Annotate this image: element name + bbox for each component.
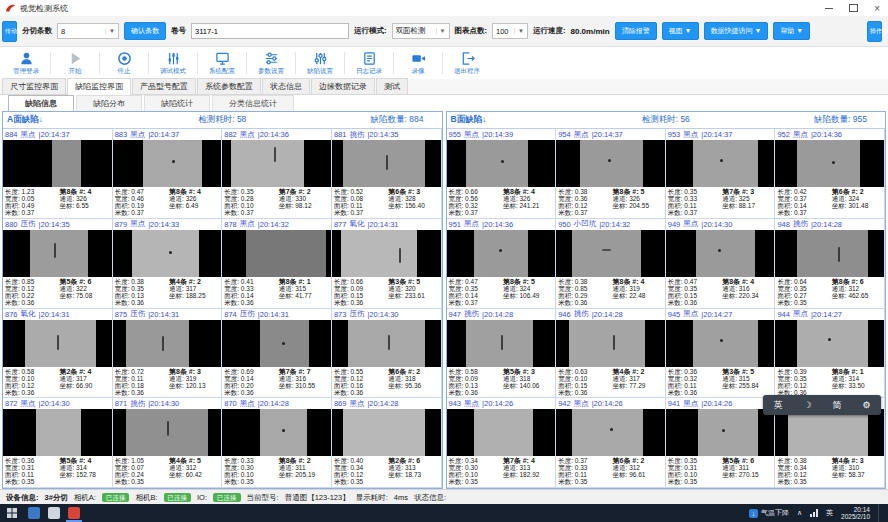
defect-mark bbox=[832, 161, 835, 164]
defect-cell[interactable]: 945黑点|20:14:27长度: 0.36宽度: 0.32面积: 0.11米数… bbox=[666, 309, 776, 399]
defect-cell[interactable]: 954黑点|20:14:37长度: 0.38宽度: 0.36面积: 0.12米数… bbox=[556, 129, 666, 219]
defect-cell[interactable]: 953黑点|20:14:37长度: 0.35宽度: 0.33面积: 0.11米数… bbox=[666, 129, 776, 219]
defect-cell[interactable]: 880压伤|20:14:35长度: 0.85宽度: 0.12面积: 0.22米数… bbox=[3, 219, 113, 309]
strip-count-select[interactable]: 8 ▼ bbox=[57, 23, 119, 39]
drive-side-button[interactable]: 传动侧 bbox=[2, 21, 17, 42]
defect-cell-header: 946挑伤|20:14:28 bbox=[556, 309, 665, 320]
action-camera[interactable]: 录像 bbox=[396, 50, 440, 76]
sub-tab-0[interactable]: 缺陷信息 bbox=[8, 95, 74, 112]
defect-cell[interactable]: 951黑点|20:14:36长度: 0.47宽度: 0.35面积: 0.14米数… bbox=[447, 219, 557, 309]
chart-points-select[interactable]: 100 ▼ bbox=[492, 23, 528, 39]
defect-cell[interactable]: 884黑点|20:14:37长度: 1.23宽度: 0.05面积: 0.49米数… bbox=[3, 129, 113, 219]
defect-cell[interactable]: 876氧化|20:14:31长度: 0.58宽度: 0.10面积: 0.12米数… bbox=[3, 309, 113, 399]
night-mode-icon[interactable]: ☽ bbox=[803, 400, 811, 410]
close-button[interactable]: × bbox=[874, 4, 880, 13]
action-play[interactable]: 开始 bbox=[53, 50, 97, 76]
defect-cell[interactable]: 875压伤|20:14:31长度: 0.72宽度: 0.11面积: 0.18米数… bbox=[113, 309, 223, 399]
sub-tab-2[interactable]: 缺陷统计 bbox=[144, 95, 210, 112]
info-line: 第8条 #: 4 bbox=[722, 278, 772, 285]
clock[interactable]: 20:14 2025/2/10 bbox=[841, 506, 870, 521]
defect-cell[interactable]: 944黑点|20:14:27长度: 0.39宽度: 0.35面积: 0.12米数… bbox=[775, 309, 885, 399]
info-line: 通道: 315 bbox=[279, 285, 329, 292]
defect-cell[interactable]: 883黑点|20:14:37长度: 0.47宽度: 0.46面积: 0.19米数… bbox=[113, 129, 223, 219]
defect-cell[interactable]: 869黑点|20:14:28长度: 0.40宽度: 0.34面积: 0.12米数… bbox=[332, 398, 442, 488]
defect-cell[interactable]: 943黑点|20:14:26长度: 0.34宽度: 0.30面积: 0.10米数… bbox=[447, 398, 557, 488]
defect-id: 948 bbox=[777, 220, 790, 229]
action-stop[interactable]: 停止 bbox=[102, 50, 146, 76]
defect-time: |20:14:26 bbox=[592, 399, 623, 408]
defect-cell[interactable]: 870黑点|20:14:28长度: 0.33宽度: 0.30面积: 0.10米数… bbox=[222, 398, 332, 488]
clear-alarm-button[interactable]: 清除报警 bbox=[615, 22, 657, 40]
action-monitor[interactable]: 系统配置 bbox=[200, 50, 244, 76]
defect-image bbox=[3, 409, 112, 456]
action-exit[interactable]: 退出程序 bbox=[445, 50, 489, 76]
action-user[interactable]: 管理登录 bbox=[4, 50, 48, 76]
main-tab-4[interactable]: 状态信息 bbox=[262, 78, 310, 94]
defect-cell[interactable]: 874压伤|20:14:31长度: 0.69宽度: 0.14面积: 0.20米数… bbox=[222, 309, 332, 399]
action-log[interactable]: 日志记录 bbox=[347, 50, 391, 76]
panel-a-title[interactable]: A面缺陷↓ bbox=[7, 114, 145, 126]
defect-cell[interactable]: 879黑点|20:14:33长度: 0.38宽度: 0.35面积: 0.13米数… bbox=[113, 219, 223, 309]
defect-type: 黑点 bbox=[464, 219, 479, 229]
defect-cell[interactable]: 948挑伤|20:14:28长度: 0.64宽度: 0.35面积: 0.27米数… bbox=[775, 219, 885, 309]
defect-type: 黑点 bbox=[683, 399, 698, 409]
defect-cell[interactable]: 946挑伤|20:14:28长度: 0.63宽度: 0.10面积: 0.15米数… bbox=[556, 309, 666, 399]
info-line: 坐标: 6.55 bbox=[59, 202, 109, 209]
lang-simplified-icon[interactable]: 简 bbox=[832, 399, 841, 412]
sub-tab-3[interactable]: 分类信息统计 bbox=[212, 95, 294, 112]
confirm-strips-button[interactable]: 确认条数 bbox=[124, 22, 166, 40]
defect-cell[interactable]: 942黑点|20:14:26长度: 0.37宽度: 0.33面积: 0.11米数… bbox=[556, 398, 666, 488]
action-vparams[interactable]: 缺陷设置 bbox=[298, 50, 342, 76]
show-desktop-button[interactable] bbox=[878, 504, 883, 522]
defect-cell[interactable]: 877氧化|20:14:31长度: 0.66宽度: 0.09面积: 0.15米数… bbox=[332, 219, 442, 309]
maximize-button[interactable] bbox=[849, 4, 858, 12]
defect-cell[interactable]: 882黑点|20:14:36长度: 0.35宽度: 0.28面积: 0.10米数… bbox=[222, 129, 332, 219]
defect-cell[interactable]: 878黑点|20:14:32长度: 0.41宽度: 0.33面积: 0.14米数… bbox=[222, 219, 332, 309]
ime-settings-icon[interactable]: ⚙ bbox=[862, 400, 870, 410]
info-line: 面积: 0.14 bbox=[224, 292, 278, 299]
defect-cell[interactable]: 949黑点|20:14:30长度: 0.47宽度: 0.35面积: 0.15米数… bbox=[666, 219, 776, 309]
model-label: 当前型号: bbox=[247, 493, 279, 503]
defect-id: 945 bbox=[668, 310, 681, 319]
view-menu-button[interactable]: 视图 ▼ bbox=[662, 22, 699, 40]
start-button[interactable] bbox=[0, 504, 24, 522]
main-tab-2[interactable]: 产品型号配置 bbox=[132, 78, 196, 94]
weather-widget[interactable]: ↓ 气温下降 bbox=[749, 508, 789, 518]
taskbar-app-inspection[interactable] bbox=[68, 507, 80, 519]
defect-cell[interactable]: 873压伤|20:14:30长度: 0.55宽度: 0.12面积: 0.16米数… bbox=[332, 309, 442, 399]
roll-number-input[interactable] bbox=[191, 23, 349, 39]
ime-language-indicator[interactable]: 英 bbox=[826, 508, 833, 518]
defect-cell[interactable]: 871挑伤|20:14:30长度: 1.05宽度: 0.07面积: 0.24米数… bbox=[113, 398, 223, 488]
defect-cell[interactable]: 872黑点|20:14:30长度: 0.36宽度: 0.31面积: 0.11米数… bbox=[3, 398, 113, 488]
defect-cell[interactable]: 941黑点|20:14:26长度: 0.35宽度: 0.31面积: 0.10米数… bbox=[666, 398, 776, 488]
main-tab-0[interactable]: 尺寸监控界面 bbox=[2, 78, 66, 94]
action-tune[interactable]: 调试模式 bbox=[151, 50, 195, 76]
action-hparams[interactable]: 参数设置 bbox=[249, 50, 293, 76]
tray-expand-icon[interactable]: ∧ bbox=[797, 509, 802, 517]
help-menu-button[interactable]: 帮助 ▼ bbox=[773, 22, 810, 40]
defect-cell[interactable]: 881挑伤|20:14:35长度: 0.52宽度: 0.08面积: 0.11米数… bbox=[332, 129, 442, 219]
main-tab-3[interactable]: 系统参数配置 bbox=[197, 78, 261, 94]
main-tab-5[interactable]: 边缘数据记录 bbox=[311, 78, 375, 94]
info-line: 通道: 317 bbox=[59, 375, 109, 382]
quick-access-menu-button[interactable]: 数据快捷访问 ▼ bbox=[704, 22, 769, 40]
taskbar-app-browser[interactable] bbox=[48, 507, 60, 519]
defect-cell[interactable]: 955黑点|20:14:39长度: 0.66宽度: 0.56面积: 0.32米数… bbox=[447, 129, 557, 219]
defect-cell[interactable]: 950小凹坑|20:14:32长度: 0.38宽度: 0.85面积: 0.29米… bbox=[556, 219, 666, 309]
defect-cell[interactable]: 952黑点|20:14:36长度: 0.42宽度: 0.37面积: 0.14米数… bbox=[775, 129, 885, 219]
info-line: 长度: 0.38 bbox=[558, 188, 612, 195]
run-mode-select[interactable]: 双面检测 ▼ bbox=[392, 23, 450, 39]
sub-tab-1[interactable]: 缺陷分布 bbox=[76, 95, 142, 112]
defect-type: 挑伤 bbox=[793, 219, 808, 229]
elapsed-label: 检测耗时: bbox=[198, 114, 234, 124]
lang-en-icon[interactable]: 英 bbox=[773, 399, 782, 412]
network-signal-icon[interactable] bbox=[810, 509, 818, 517]
main-tab-1[interactable]: 缺陷监控界面 bbox=[67, 78, 131, 95]
panel-b-title[interactable]: B面缺陷↓ bbox=[451, 114, 589, 126]
defect-time: |20:14:27 bbox=[701, 310, 732, 319]
operator-side-button[interactable]: 操作侧 bbox=[867, 21, 882, 42]
taskbar-app-file-explorer[interactable] bbox=[28, 507, 40, 519]
minimize-button[interactable] bbox=[825, 8, 833, 9]
defect-cell[interactable]: 947挑伤|20:14:28长度: 0.58宽度: 0.09面积: 0.13米数… bbox=[447, 309, 557, 399]
main-tab-6[interactable]: 测试 bbox=[376, 78, 408, 94]
